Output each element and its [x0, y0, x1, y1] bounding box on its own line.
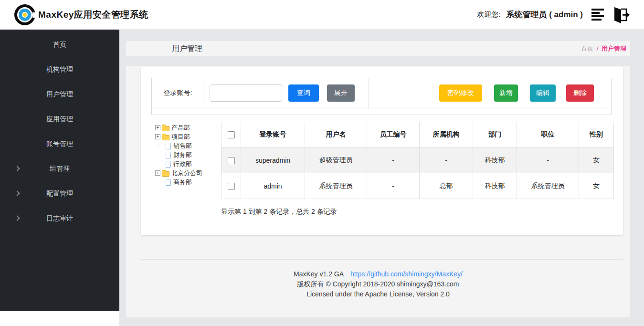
col-gender: 性别 — [579, 122, 614, 147]
tree-expand-icon[interactable]: + — [155, 125, 160, 130]
user-management-card: 登录账号: 查询 展开 密码修改 新增 编辑 删除 + 产品部 + — [141, 67, 623, 235]
tree-expand-icon[interactable]: + — [155, 170, 160, 176]
tree-node-product-dept[interactable]: + 产品部 — [155, 123, 222, 132]
cell-organization: 总部 — [420, 173, 473, 199]
cell-department: 科技部 — [473, 173, 517, 199]
footer-divider — [141, 259, 623, 260]
sidebar-item-user-mgmt[interactable]: 用户管理 — [0, 82, 119, 107]
file-icon — [166, 152, 171, 158]
main-panel: 登录账号: 查询 展开 密码修改 新增 编辑 删除 + 产品部 + — [126, 66, 630, 317]
welcome-label: 欢迎您: — [477, 10, 500, 19]
folder-icon — [162, 135, 169, 140]
sidebar-item-label: 组管理 — [50, 165, 70, 173]
password-modify-button[interactable]: 密码修改 — [439, 84, 482, 102]
cell-login-account: admin — [241, 173, 305, 199]
chevron-right-icon — [14, 166, 20, 171]
cell-organization: - — [420, 147, 473, 173]
app-title: MaxKey应用安全管理系统 — [38, 9, 148, 21]
tree-node-project-dept[interactable]: + 项目部 — [155, 132, 222, 141]
sidebar-item-home[interactable]: 首页 — [0, 32, 119, 57]
sidebar-item-label: 用户管理 — [46, 90, 73, 99]
tree-node-label: 产品部 — [171, 124, 190, 132]
page-title: 用户管理 — [172, 44, 202, 54]
footer-license: Licensed under the Apache License, Versi… — [126, 289, 630, 299]
content-area: 用户管理 首页 / 用户管理 登录账号: 查询 展开 密码修改 新增 编辑 删除 — [119, 30, 644, 326]
footer-github-link[interactable]: https://github.com/shimingxy/MaxKey/ — [350, 270, 463, 278]
col-employee-no: 员工编号 — [367, 122, 420, 147]
breadcrumb: 首页 / 用户管理 — [581, 44, 626, 53]
sidebar-item-log-audit[interactable]: 日志审计 — [0, 206, 119, 231]
footer-copyright: 版权所有 © Copyright 2018-2020 shimingxy@163… — [126, 279, 630, 289]
col-position: 职位 — [517, 122, 579, 147]
page-title-bar: 用户管理 首页 / 用户管理 — [126, 41, 630, 56]
row-checkbox[interactable] — [228, 183, 235, 190]
table-header-row: 登录账号 用户名 员工编号 所属机构 部门 职位 性别 — [222, 122, 614, 147]
edit-button[interactable]: 编辑 — [530, 84, 556, 102]
menu-list-icon[interactable] — [591, 9, 604, 21]
toolbar-divider — [369, 78, 369, 108]
col-username: 用户名 — [305, 122, 367, 147]
table-row[interactable]: superadmin 超级管理员 - - 科技部 - 女 — [222, 147, 614, 173]
tree-node-label: 销售部 — [173, 142, 192, 150]
tree-node-beijing-branch[interactable]: + 北京分公司 — [155, 168, 222, 178]
select-all-checkbox[interactable] — [228, 131, 235, 138]
tree-node-business-dept[interactable]: 商务部 — [155, 178, 222, 187]
col-department: 部门 — [473, 122, 517, 147]
breadcrumb-current: 用户管理 — [602, 45, 626, 52]
tree-node-finance-dept[interactable]: 财务部 — [155, 150, 222, 159]
cell-employee-no: - — [367, 173, 420, 199]
sidebar-item-org-mgmt[interactable]: 机构管理 — [0, 57, 119, 82]
sidebar-item-app-mgmt[interactable]: 应用管理 — [0, 107, 119, 132]
sidebar-item-label: 日志审计 — [46, 214, 73, 223]
file-icon — [166, 179, 171, 186]
tree-node-sales-dept[interactable]: 销售部 — [155, 141, 222, 150]
tree-node-label: 行政部 — [173, 160, 192, 168]
tree-connector — [158, 178, 163, 182]
cell-employee-no: - — [367, 147, 420, 173]
chevron-right-icon — [14, 215, 20, 221]
cell-position: - — [517, 147, 579, 173]
sidebar-item-config-mgmt[interactable]: 配置管理 — [0, 181, 119, 206]
search-form: 登录账号: 查询 展开 密码修改 新增 编辑 删除 — [151, 78, 612, 108]
tree-connector — [158, 151, 163, 155]
advanced-search-collapsed — [151, 108, 612, 115]
tree-expand-icon[interactable]: + — [155, 134, 160, 139]
tree-node-admin-dept[interactable]: 行政部 — [155, 159, 222, 168]
file-icon — [166, 143, 171, 149]
chevron-right-icon — [14, 190, 20, 196]
sidebar-nav: 首页 机构管理 用户管理 应用管理 账号管理 组管理 配置管理 日志审计 — [0, 30, 119, 311]
cell-gender: 女 — [579, 173, 614, 199]
tree-node-label: 北京分公司 — [171, 169, 202, 178]
current-user: 系统管理员 ( admin ) — [506, 9, 583, 20]
login-account-label: 登录账号: — [152, 78, 204, 108]
breadcrumb-separator: / — [597, 45, 599, 52]
query-button[interactable]: 查询 — [288, 84, 319, 102]
sidebar-item-group-mgmt[interactable]: 组管理 — [0, 157, 119, 181]
sidebar-item-label: 机构管理 — [46, 65, 73, 74]
delete-button[interactable]: 删除 — [566, 84, 594, 102]
sidebar-item-label: 配置管理 — [46, 189, 73, 198]
page-footer: MaxKey v1.2 GA https://github.com/shimin… — [126, 269, 630, 299]
logout-icon[interactable] — [611, 5, 630, 24]
breadcrumb-home-link[interactable]: 首页 — [581, 45, 593, 52]
user-table: 登录账号 用户名 员工编号 所属机构 部门 职位 性别 superadmin 超… — [221, 122, 614, 199]
col-organization: 所属机构 — [420, 122, 473, 147]
table-row[interactable]: admin 系统管理员 - 总部 科技部 系统管理员 女 — [222, 173, 614, 199]
cell-department: 科技部 — [473, 147, 517, 173]
cell-username: 系统管理员 — [305, 173, 367, 199]
app-header: MaxKey应用安全管理系统 欢迎您: 系统管理员 ( admin ) — [0, 0, 644, 30]
folder-icon — [162, 126, 169, 131]
cell-position: 系统管理员 — [517, 173, 579, 199]
login-account-input[interactable] — [210, 84, 282, 102]
cell-username: 超级管理员 — [305, 147, 367, 173]
maxkey-logo-icon — [14, 4, 35, 25]
sidebar-item-account-mgmt[interactable]: 账号管理 — [0, 132, 119, 157]
tree-node-label: 商务部 — [173, 178, 192, 187]
tree-node-label: 财务部 — [173, 151, 192, 159]
tree-connector — [158, 142, 163, 146]
sidebar-item-label: 应用管理 — [46, 115, 73, 124]
row-checkbox[interactable] — [228, 157, 235, 164]
folder-icon — [162, 171, 169, 177]
expand-button[interactable]: 展开 — [327, 84, 355, 102]
add-button[interactable]: 新增 — [494, 84, 518, 102]
